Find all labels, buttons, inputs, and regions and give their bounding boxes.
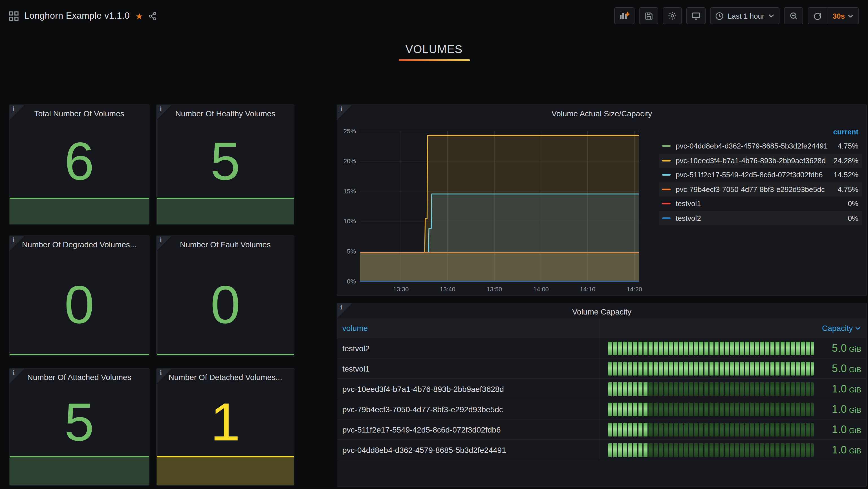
series-color-swatch [662,218,671,219]
capacity-gauge-fill [608,443,649,457]
table-header-row: volume Capacity [337,318,866,338]
apps-grid-icon[interactable] [9,11,19,21]
svg-text:13:40: 13:40 [440,286,456,293]
svg-text:0%: 0% [347,278,356,285]
svg-text:15%: 15% [343,188,356,195]
stat-panel-title[interactable]: Number Of Fault Volumes [157,240,294,249]
time-range-picker[interactable]: Last 1 hour [710,7,780,24]
series-name[interactable]: testvol1 [676,200,842,208]
volume-name: pvc-79b4ecf3-7050-4d77-8bf3-e292d93be5dc [337,405,503,413]
capacity-gauge-fill [608,403,649,416]
chevron-down-icon [769,13,775,18]
cycle-view-mode-button[interactable] [687,7,706,24]
series-color-swatch [662,174,671,176]
stat-value: 1 [157,369,294,456]
table-row: pvc-511f2e17-5549-42d5-8c6d-072f3d02fdb6… [337,420,866,440]
share-icon[interactable] [149,11,157,20]
stat-panel-title[interactable]: Number Of Detached Volumes... [157,373,294,382]
legend-row[interactable]: testvol1 0% [659,197,862,211]
volume-name: testvol2 [337,344,370,353]
sort-chevron-icon [855,326,861,330]
section-title-volumes[interactable]: VOLUMES [405,43,463,56]
stat-sparkline [157,198,294,224]
legend-row[interactable]: testvol2 0% [659,211,862,225]
table-row: pvc-10eed3f4-b7a1-4b76-893b-2bb9aef3628d… [337,379,866,399]
stat-panel: i Number Of Detached Volumes... 1 [156,368,294,486]
table-row: pvc-79b4ecf3-7050-4d77-8bf3-e292d93be5dc… [337,399,866,420]
table-row: testvol1 5.0GiB [337,358,866,379]
row-volumes: VOLUMES [0,43,868,61]
table-panel-title[interactable]: Volume Capacity [337,307,866,316]
refresh-interval-dropdown[interactable]: 30s [827,8,859,24]
timeseries-chart[interactable]: 0%5%10%15%20%25%13:3013:4013:5014:0014:1… [337,105,653,296]
stat-sparkline [157,456,294,485]
legend-row[interactable]: pvc-04dd8eb4-d362-4579-8685-5b3d2fe24491… [659,139,862,153]
series-name[interactable]: testvol2 [676,214,842,223]
stat-sparkline [9,198,149,224]
favorite-star-icon[interactable]: ★ [135,11,143,20]
series-current-value: 0% [842,214,859,223]
table-row: pvc-04dd8eb4-d362-4579-8685-5b3d2fe24491… [337,440,866,460]
dashboard-title[interactable]: Longhorn Example v1.1.0 [24,11,130,21]
chart-panel-title[interactable]: Volume Actual Size/Capacity [337,109,866,118]
stat-sparkline [157,354,294,356]
capacity-value: 1.0GiB [832,382,861,395]
capacity-value: 5.0GiB [832,362,861,375]
series-current-value: 14.52% [828,171,859,179]
add-panel-button[interactable] [615,7,635,24]
capacity-value: 5.0GiB [832,342,861,354]
capacity-gauge [608,362,814,375]
capacity-value: 1.0GiB [832,403,861,415]
legend-row[interactable]: pvc-511f2e17-5549-42d5-8c6d-072f3d02fdb6… [659,168,862,182]
capacity-gauge [608,423,814,436]
stat-value: 0 [9,236,149,354]
refresh-interval-label: 30s [833,11,845,20]
svg-text:5%: 5% [347,248,356,255]
stat-panel-title[interactable]: Number Of Healthy Volumes [157,109,294,118]
dashboard-settings-button[interactable] [663,7,682,24]
series-name[interactable]: pvc-79b4ecf3-7050-4d77-8bf3-e292d93be5dc [676,185,832,194]
stat-value: 5 [157,105,294,198]
volume-name: pvc-10eed3f4-b7a1-4b76-893b-2bb9aef3628d [337,384,504,393]
chart-legend: current pvc-04dd8eb4-d362-4579-8685-5b3d… [659,127,862,225]
stat-value: 0 [157,236,294,354]
series-current-value: 0% [842,200,859,208]
capacity-gauge [608,443,814,457]
stat-panel: i Number Of Degraded Volumes... 0 [9,235,150,356]
legend-current-header[interactable]: current [659,127,862,139]
svg-text:20%: 20% [343,157,356,165]
series-current-value: 4.75% [832,185,859,194]
svg-text:13:50: 13:50 [487,286,502,293]
panel-volume-capacity: i Volume Capacity volume Capacity testvo… [337,303,867,487]
capacity-gauge-fill [608,342,814,355]
stat-value: 5 [9,369,149,456]
legend-row[interactable]: pvc-10eed3f4-b7a1-4b76-893b-2bb9aef3628d… [659,153,862,168]
column-header-volume[interactable]: volume [337,323,368,333]
panel-volume-actual-size-capacity: i Volume Actual Size/Capacity 0%5%10%15%… [337,105,867,296]
save-dashboard-button[interactable] [639,7,658,24]
svg-text:14:00: 14:00 [533,286,549,293]
series-current-value: 24.28% [828,156,859,165]
section-underline [399,59,469,61]
zoom-out-button[interactable] [784,7,803,24]
capacity-value: 1.0GiB [832,423,861,436]
svg-text:14:20: 14:20 [627,286,642,293]
stat-panel: i Number Of Healthy Volumes 5 [156,105,294,225]
column-header-capacity[interactable]: Capacity [822,323,861,333]
capacity-value: 1.0GiB [832,443,861,456]
stat-panel-title[interactable]: Number Of Degraded Volumes... [9,240,149,249]
stat-value: 6 [9,105,149,198]
series-name[interactable]: pvc-511f2e17-5549-42d5-8c6d-072f3d02fdb6 [676,171,828,179]
stat-sparkline [9,354,149,356]
refresh-button[interactable] [808,8,827,24]
series-color-swatch [662,189,671,190]
series-name[interactable]: pvc-04dd8eb4-d362-4579-8685-5b3d2fe24491 [676,142,832,150]
stat-panel-title[interactable]: Number Of Attached Volumes [9,373,149,382]
capacity-gauge-fill [608,382,649,396]
series-name[interactable]: pvc-10eed3f4-b7a1-4b76-893b-2bb9aef3628d [676,156,828,165]
stat-panel-title[interactable]: Total Number Of Volumes [9,109,149,118]
time-range-label: Last 1 hour [728,11,765,20]
series-color-swatch [662,203,671,205]
legend-row[interactable]: pvc-79b4ecf3-7050-4d77-8bf3-e292d93be5dc… [659,182,862,197]
capacity-gauge [608,342,814,355]
